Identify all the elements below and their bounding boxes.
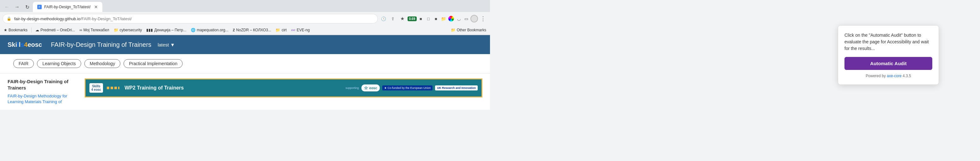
ext-window[interactable]: ▭ [463, 14, 470, 23]
banner-stripe [107, 87, 119, 89]
back-button[interactable]: ← [3, 3, 11, 11]
ukri-badge: UK Research and Innovation [435, 85, 478, 91]
bookmarks-bar: ★ Bookmarks ☁ Predmeti – OneDri... ∞ Мој… [0, 25, 490, 35]
sidebar-title: FAIR-by-Design Training of Trainers [8, 78, 77, 91]
ukri-label: UK Research and Innovation [437, 86, 476, 89]
bookmarks-text: Bookmarks [8, 28, 27, 32]
tab-title: FAIR-by-Design_ToT/latest/ [44, 5, 91, 9]
eu-stars-icon: ★ [384, 86, 387, 89]
profile-avatar[interactable] [471, 15, 478, 22]
eve-ng-label: EVE-ng [297, 28, 310, 32]
nav-pills: FAIR Learning Objects Methodology Practi… [0, 54, 490, 73]
telekabel-label: Мој Телекабел [83, 28, 109, 32]
bookmark-nozdr[interactable]: Z NoZDR – КОЛХО3... [232, 27, 273, 33]
version-label: latest [158, 42, 169, 48]
bookmarks-star-icon: ★ [4, 28, 7, 32]
ext-puzzle2[interactable]: □ [425, 14, 432, 23]
browser-chrome: ← → ↻ F FAIR-by-Design_ToT/latest/ ✕ 🔒 f… [0, 0, 490, 35]
predmeti-icon: ☁ [35, 28, 39, 32]
eosc-icon: ☆ [364, 85, 368, 91]
banner-logo-line1: Skills [92, 84, 100, 88]
address-bar: 🔒 fair-by-design-methodology.github.io/F… [0, 12, 490, 25]
mapequation-label: mapequation.org... [197, 28, 228, 32]
predmeti-label: Predmeti – OneDri... [40, 28, 75, 32]
version-chevron-icon: ▼ [170, 42, 175, 48]
eu-badge: ★ Co-funded by the European Union [382, 85, 433, 91]
pill-fair[interactable]: FAIR [13, 59, 34, 68]
eu-label: Co-funded by the European Union [388, 86, 431, 89]
cybersecurity-label: cybersecurity [120, 28, 142, 32]
banner-supporting-text: supporting [345, 86, 359, 89]
share-button[interactable]: ⇧ [388, 14, 398, 23]
eve-ng-icon: xvc [291, 29, 295, 32]
version-dropdown[interactable]: latest ▼ [158, 42, 175, 48]
nozdr-icon: Z [233, 28, 235, 32]
bookmarks-label[interactable]: ★ Bookmarks [3, 27, 29, 33]
url-text: fair-by-design-methodology.github.io/FAI… [14, 16, 132, 21]
bookmarks-divider [31, 27, 32, 33]
banner: Skills 4 eosc WP2 Training of Trainers s… [85, 78, 482, 97]
banner-logo-line2: 4 eosc [91, 88, 101, 91]
banner-logo: Skills 4 eosc [89, 83, 103, 92]
other-folder-icon: 📁 [451, 28, 455, 32]
ext-badge-green[interactable]: 0.69 [407, 16, 417, 21]
cybersecurity-folder-icon: 📁 [114, 28, 118, 32]
ext-folder[interactable]: 📁 [440, 14, 447, 23]
forward-button[interactable]: → [13, 3, 21, 11]
eosc-label: eosc [369, 86, 377, 90]
content-area: FAIR-by-Design Training of Trainers FAIR… [0, 73, 490, 110]
banner-area: Skills 4 eosc WP2 Training of Trainers s… [85, 78, 482, 105]
other-label: Other Bookmarks [457, 28, 486, 32]
cirt-folder-icon: 📁 [275, 28, 280, 32]
telekabel-icon: ∞ [79, 28, 82, 32]
bookmark-cybersecurity[interactable]: 📁 cybersecurity [113, 27, 143, 33]
ext-puzzle3[interactable]: ■ [433, 14, 439, 23]
banner-title: WP2 Training of Trainers [124, 85, 342, 91]
url-input[interactable]: 🔒 fair-by-design-methodology.github.io/F… [3, 14, 378, 23]
bookmark-denicija[interactable]: ▮▮▮ Дениција – Петр... [145, 27, 187, 33]
refresh-button[interactable]: ↻ [23, 3, 32, 11]
sidebar: FAIR-by-Design Training of Trainers FAIR… [8, 78, 77, 105]
denicija-icon: ▮▮▮ [146, 28, 153, 32]
bookmark-predmeti[interactable]: ☁ Predmeti – OneDri... [34, 27, 76, 33]
tab-close-button[interactable]: ✕ [94, 5, 98, 10]
eosc-badge: ☆ eosc [361, 84, 380, 91]
tab-bar: ← → ↻ F FAIR-by-Design_ToT/latest/ ✕ [0, 0, 490, 12]
page-area: Skills4eosc FAIR-by-Design Training of T… [0, 35, 490, 110]
mapequation-icon: 🌐 [191, 28, 196, 32]
bookmark-other[interactable]: 📁 Other Bookmarks [450, 27, 487, 33]
ext-puzzle-icon[interactable]: ◡ [455, 14, 462, 23]
bookmark-telekabel[interactable]: ∞ Мој Телекабел [78, 27, 110, 33]
nozdr-label: NoZDR – КОЛХО3... [236, 28, 271, 32]
denicija-label: Дениција – Петр... [154, 28, 186, 32]
pill-practical-implementation[interactable]: Practical Implementation [124, 59, 183, 68]
bookmark-mapequation[interactable]: 🌐 mapequation.org... [189, 27, 230, 33]
ext-puzzle1[interactable]: ■ [417, 14, 424, 23]
banner-logos: supporting ☆ eosc ★ Co-funded by the Eur… [345, 84, 478, 91]
sidebar-link[interactable]: FAIR-by-Design Methodology for Learning … [8, 94, 67, 104]
active-tab[interactable]: F FAIR-by-Design_ToT/latest/ ✕ [33, 2, 102, 12]
history-button[interactable]: 🕓 [379, 14, 388, 23]
pill-learning-objects[interactable]: Learning Objects [37, 59, 81, 68]
site-header: Skills4eosc FAIR-by-Design Training of T… [0, 35, 490, 54]
more-options-button[interactable]: ⋮ [479, 14, 487, 23]
lock-icon: 🔒 [6, 16, 11, 21]
ext-color[interactable] [448, 14, 455, 23]
bookmark-cirt[interactable]: 📁 cirt [274, 27, 288, 33]
tab-favicon: F [37, 5, 42, 9]
toolbar-icons: 🕓 ⇧ ★ 0.69 ■ □ ■ 📁 ◡ ▭ ⋮ [379, 14, 487, 23]
site-title: FAIR-by-Design Training of Trainers [51, 41, 151, 48]
cirt-label: cirt [282, 28, 286, 32]
site-logo: Skills4eosc [8, 41, 42, 48]
logo-text: Skills4eosc [8, 41, 42, 48]
bookmark-star-button[interactable]: ★ [398, 14, 407, 23]
bookmark-eve-ng[interactable]: xvc EVE-ng [290, 27, 311, 33]
pill-methodology[interactable]: Methodology [84, 59, 120, 68]
